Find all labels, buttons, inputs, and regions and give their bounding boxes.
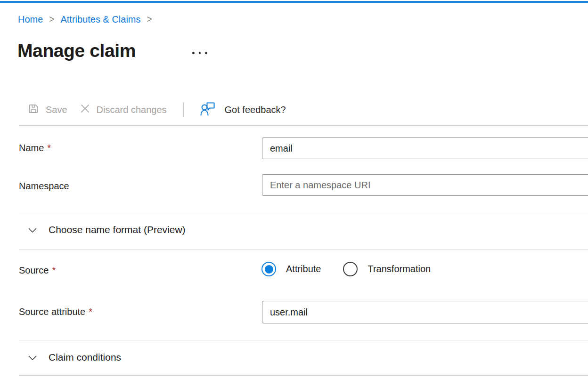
claim-conditions-title: Claim conditions <box>49 352 121 363</box>
discard-changes-button[interactable]: Discard changes <box>80 103 167 116</box>
top-accent-bar <box>0 1 588 3</box>
source-radio-group: Attribute Transformation <box>261 262 431 276</box>
more-horizontal-icon[interactable] <box>191 51 208 55</box>
name-field-label: Name* <box>19 142 51 154</box>
breadcrumb: Home > Attributes & Claims > <box>18 13 152 26</box>
more-dot <box>205 52 207 54</box>
namespace-field-label: Namespace <box>19 180 69 192</box>
breadcrumb-link-attributes-claims[interactable]: Attributes & Claims <box>60 13 140 26</box>
save-label: Save <box>46 105 67 115</box>
radio-attribute[interactable]: Attribute <box>261 262 321 276</box>
radio-button-icon <box>343 262 358 276</box>
got-feedback-label: Got feedback? <box>225 105 286 115</box>
radio-transformation-label: Transformation <box>368 264 431 274</box>
save-button[interactable]: Save <box>27 103 67 117</box>
section-divider <box>19 340 588 340</box>
person-feedback-icon <box>200 101 216 119</box>
save-floppy-icon <box>27 103 40 117</box>
section-divider <box>19 250 588 250</box>
namespace-label-text: Namespace <box>19 181 69 191</box>
got-feedback-button[interactable]: Got feedback? <box>200 101 286 119</box>
source-attribute-field-label: Source attribute* <box>19 306 92 318</box>
toolbar-separator <box>19 125 588 126</box>
name-input[interactable] <box>262 137 588 159</box>
radio-button-icon <box>261 262 276 276</box>
source-label-text: Source <box>19 265 49 275</box>
command-bar: Save Discard changes Got feedback? <box>27 99 286 120</box>
radio-attribute-label: Attribute <box>286 264 321 274</box>
section-divider <box>19 213 588 213</box>
page-title: Manage claim <box>17 40 136 62</box>
more-dot <box>199 52 201 54</box>
chevron-down-icon <box>28 224 37 235</box>
choose-name-format-section-header[interactable]: Choose name format (Preview) <box>28 222 186 238</box>
source-field-label: Source* <box>19 264 56 276</box>
source-attribute-input[interactable] <box>262 301 588 323</box>
breadcrumb-separator-icon: > <box>147 12 152 27</box>
required-asterisk: * <box>47 143 51 153</box>
breadcrumb-link-home[interactable]: Home <box>18 13 43 26</box>
required-asterisk: * <box>52 265 56 275</box>
close-x-icon <box>80 103 90 116</box>
discard-changes-label: Discard changes <box>97 105 167 115</box>
required-asterisk: * <box>89 306 92 317</box>
radio-transformation[interactable]: Transformation <box>343 262 431 276</box>
name-label-text: Name <box>19 143 44 153</box>
section-divider <box>19 375 588 376</box>
source-attribute-label-text: Source attribute <box>19 306 85 317</box>
toolbar-divider <box>183 103 184 117</box>
breadcrumb-separator-icon: > <box>49 12 54 27</box>
claim-conditions-section-header[interactable]: Claim conditions <box>28 349 121 365</box>
more-dot <box>192 52 195 54</box>
chevron-down-icon <box>28 352 37 363</box>
namespace-input[interactable] <box>262 174 588 196</box>
choose-name-format-title: Choose name format (Preview) <box>49 224 186 235</box>
